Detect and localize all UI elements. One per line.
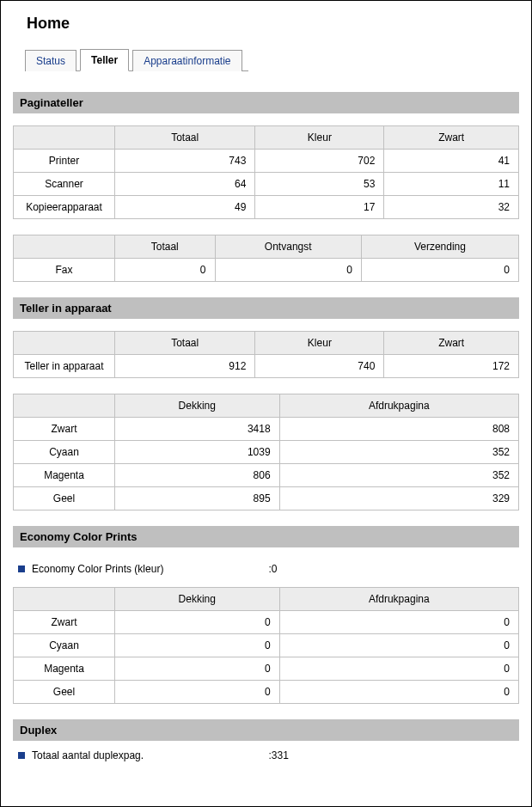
tab-bar: Status Teller Apparaatinformatie [25, 48, 248, 71]
cell-value: 0 [279, 681, 518, 704]
cell-value: 11 [384, 173, 519, 196]
economy-kv-label: Economy Color Prints (kleur) [32, 563, 163, 575]
row-label: Cyaan [14, 441, 115, 464]
col-kleur: Kleur [255, 332, 384, 355]
teller-in-apparaat-table: Totaal Kleur Zwart Teller in apparaat 91… [13, 331, 519, 378]
col-afdrukpagina: Afdrukpagina [279, 588, 518, 611]
table-row: Geel 895 329 [14, 487, 519, 510]
tab-status[interactable]: Status [25, 50, 76, 71]
table-row: Fax 0 0 0 [14, 259, 519, 282]
col-afdrukpagina: Afdrukpagina [279, 394, 518, 418]
economy-kv-value: :0 [269, 563, 520, 575]
col-zwart: Zwart [384, 126, 519, 150]
col-totaal: Totaal [115, 126, 255, 150]
bullet-icon [18, 566, 25, 572]
cell-value: 0 [115, 657, 280, 681]
cell-value: 53 [255, 173, 384, 196]
row-label: Zwart [14, 611, 115, 634]
col-kleur: Kleur [255, 126, 384, 150]
tab-teller[interactable]: Teller [80, 49, 129, 71]
economy-kv: Economy Color Prints (kleur) :0 [13, 559, 519, 587]
cell-value: 808 [279, 418, 518, 441]
duplex-kv-value: :331 [269, 749, 520, 761]
cell-value: 172 [384, 355, 519, 378]
fax-table: Totaal Ontvangst Verzending Fax 0 0 0 [13, 235, 519, 282]
table-row: Cyaan 0 0 [14, 634, 519, 657]
cell-value: 0 [115, 259, 216, 282]
row-label: Magenta [14, 657, 115, 681]
col-dekking: Dekking [115, 394, 280, 418]
row-label: Printer [14, 150, 115, 173]
cell-value: 0 [361, 259, 518, 282]
table-row: Cyaan 1039 352 [14, 441, 519, 464]
row-label: Fax [14, 259, 115, 282]
table-row: Magenta 806 352 [14, 464, 519, 487]
section-economy-header: Economy Color Prints [13, 526, 519, 547]
col-zwart: Zwart [384, 332, 519, 355]
section-teller-in-apparaat-header: Teller in apparaat [13, 297, 519, 319]
duplex-kv-label: Totaal aantal duplexpag. [32, 749, 144, 761]
cell-value: 895 [115, 487, 280, 510]
cell-value: 49 [115, 196, 255, 219]
cell-value: 329 [279, 487, 518, 510]
tab-apparaatinformatie[interactable]: Apparaatinformatie [132, 50, 242, 71]
cell-value: 740 [255, 355, 384, 378]
cell-value: 0 [115, 681, 280, 704]
col-ontvangst: Ontvangst [215, 235, 361, 259]
row-label: Kopieerapparaat [14, 196, 115, 219]
cell-value: 0 [215, 259, 361, 282]
table-row: Geel 0 0 [14, 681, 519, 704]
table-row: Magenta 0 0 [14, 657, 519, 681]
economy-coverage-table: Dekking Afdrukpagina Zwart 0 0 Cyaan 0 0… [13, 587, 519, 704]
section-paginateller-header: Paginateller [13, 92, 519, 113]
cell-value: 64 [115, 173, 255, 196]
table-row: Teller in apparaat 912 740 172 [14, 355, 519, 378]
cell-value: 702 [255, 150, 384, 173]
cell-value: 1039 [115, 441, 280, 464]
paginateller-table: Totaal Kleur Zwart Printer 743 702 41 Sc… [13, 125, 519, 219]
cell-value: 17 [255, 196, 384, 219]
duplex-kv: Totaal aantal duplexpag. :331 [13, 746, 519, 765]
table-row: Zwart 3418 808 [14, 418, 519, 441]
row-label: Geel [14, 681, 115, 704]
cell-value: 743 [115, 150, 255, 173]
cell-value: 0 [279, 611, 518, 634]
table-row: Zwart 0 0 [14, 611, 519, 634]
cell-value: 352 [279, 441, 518, 464]
col-totaal: Totaal [115, 235, 216, 259]
cell-value: 0 [115, 634, 280, 657]
cell-value: 32 [384, 196, 519, 219]
cell-value: 41 [384, 150, 519, 173]
row-label: Scanner [14, 173, 115, 196]
bullet-icon [18, 752, 25, 759]
cell-value: 0 [279, 657, 518, 681]
page-title: Home [27, 15, 519, 33]
cell-value: 806 [115, 464, 280, 487]
row-label: Geel [14, 487, 115, 510]
table-row: Kopieerapparaat 49 17 32 [14, 196, 519, 219]
section-duplex-header: Duplex [13, 719, 519, 741]
row-label: Teller in apparaat [14, 355, 115, 378]
row-label: Cyaan [14, 634, 115, 657]
cell-value: 0 [115, 611, 280, 634]
row-label: Zwart [14, 418, 115, 441]
cell-value: 912 [115, 355, 255, 378]
coverage-table: Dekking Afdrukpagina Zwart 3418 808 Cyaa… [13, 394, 519, 510]
row-label: Magenta [14, 464, 115, 487]
cell-value: 0 [279, 634, 518, 657]
table-row: Printer 743 702 41 [14, 150, 519, 173]
cell-value: 352 [279, 464, 518, 487]
col-totaal: Totaal [115, 332, 255, 355]
table-row: Scanner 64 53 11 [14, 173, 519, 196]
cell-value: 3418 [115, 418, 280, 441]
col-verzending: Verzending [361, 235, 518, 259]
col-dekking: Dekking [115, 588, 280, 611]
